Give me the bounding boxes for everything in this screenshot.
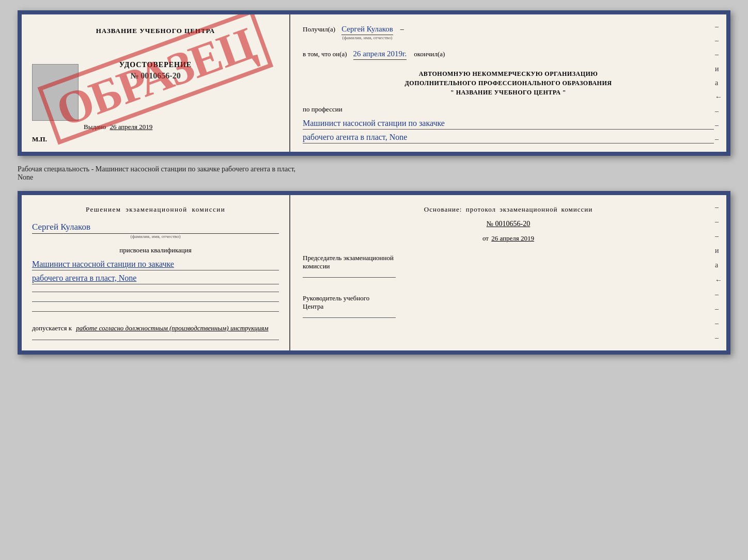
bottom-document: Решением экзаменационной комиссии Сергей… xyxy=(18,191,730,355)
vtom-line: в том, что он(а) 26 апреля 2019г. окончи… xyxy=(303,50,714,60)
middle-text-line1: Рабочая специальность - Машинист насосно… xyxy=(18,165,295,173)
vydano-label: Выдано xyxy=(84,123,106,131)
top-left-title: НАЗВАНИЕ УЧЕБНОГО ЦЕНТРА xyxy=(96,27,215,35)
predsedatel-block: Председатель экзаменационной комиссии xyxy=(303,254,714,280)
separator2 xyxy=(32,301,279,302)
poluchil-name: Сергей Кулаков xyxy=(341,25,393,35)
bottom-name-sublabel: (фамилия, имя, отчество) xyxy=(32,234,279,239)
dash-after-name: – xyxy=(400,25,404,34)
bottom-name: Сергей Кулаков xyxy=(32,222,279,234)
bottom-date-line: от 26 апреля 2019 xyxy=(303,234,714,243)
rukovoditel-block: Руководитель учебного Центра xyxy=(303,294,714,320)
bottom-number: № 0010656-20 xyxy=(303,220,714,228)
bottom-doc-left: Решением экзаменационной комиссии Сергей… xyxy=(22,195,290,350)
predsedatel-line2: комиссии xyxy=(303,262,714,270)
prisvoena-label: присвоена квалификация xyxy=(32,246,279,254)
ot-date: 26 апреля 2019 xyxy=(491,234,534,242)
vtom-date: 26 апреля 2019г. xyxy=(353,50,407,60)
right-dashes: – – – и а ← – – – xyxy=(715,14,722,152)
profession-block: Машинист насосной станции по закачке раб… xyxy=(303,119,714,143)
vydano-date: 26 апреля 2019 xyxy=(110,123,153,131)
profession-line2: рабочего агента в пласт, None xyxy=(303,133,714,143)
poluchil-line: Получил(а) Сергей Кулаков (фамилия, имя,… xyxy=(303,25,714,40)
qual-line1: Машинист насосной станции по закачке xyxy=(32,260,279,270)
org-line1: АВТОНОМНУЮ НЕКОММЕРЧЕСКУЮ ОРГАНИЗАЦИЮ xyxy=(303,69,714,78)
po-professii-label: по профессии xyxy=(303,105,714,114)
photo-placeholder xyxy=(32,64,79,121)
okonchil-label: окончил(а) xyxy=(414,50,445,58)
vydano-line: Выдано 26 апреля 2019 xyxy=(84,123,152,131)
top-doc-left: НАЗВАНИЕ УЧЕБНОГО ЦЕНТРА ОБРАЗЕЦ УДОСТОВ… xyxy=(22,14,290,152)
cert-number: № 0010656-20 xyxy=(119,71,192,81)
middle-text-line2: None xyxy=(18,173,33,181)
rukovoditel-line1: Руководитель учебного xyxy=(303,294,714,302)
cert-block: УДОСТОВЕРЕНИЕ № 0010656-20 xyxy=(119,61,192,81)
qual-line2: рабочего агента в пласт, None xyxy=(32,274,279,284)
middle-text-block: Рабочая специальность - Машинист насосно… xyxy=(18,164,730,183)
dopuskaetsya-label: допускается к xyxy=(32,324,72,332)
separator3 xyxy=(32,311,279,312)
qual-block: Машинист насосной станции по закачке раб… xyxy=(32,260,279,284)
org-block: АВТОНОМНУЮ НЕКОММЕРЧЕСКУЮ ОРГАНИЗАЦИЮ ДО… xyxy=(303,69,714,97)
profession-line1: Машинист насосной станции по закачке xyxy=(303,119,714,130)
rukovoditel-line2: Центра xyxy=(303,302,714,311)
poluchil-label: Получил(а) xyxy=(303,25,335,34)
name-sublabel: (фамилия, имя, отчество) xyxy=(341,35,393,40)
dopusk-text: работе согласно должностным (производств… xyxy=(76,324,268,332)
bottom-name-field: Сергей Кулаков (фамилия, имя, отчество) xyxy=(32,222,279,239)
bottom-doc-right: Основание: протокол экзаменационной коми… xyxy=(290,195,726,350)
mp-label: М.П. xyxy=(32,135,47,143)
predsedatel-line1: Председатель экзаменационной xyxy=(303,254,714,262)
ot-label: от xyxy=(482,234,489,242)
osnovanie-label: Основание: протокол экзаменационной коми… xyxy=(303,205,714,214)
top-document: НАЗВАНИЕ УЧЕБНОГО ЦЕНТРА ОБРАЗЕЦ УДОСТОВ… xyxy=(18,10,730,156)
org-line3: " НАЗВАНИЕ УЧЕБНОГО ЦЕНТРА " xyxy=(303,88,714,97)
cert-title: УДОСТОВЕРЕНИЕ xyxy=(119,61,192,69)
separator4 xyxy=(32,340,279,340)
separator1 xyxy=(32,292,279,292)
bottom-right-dashes: – – – и а ← – – – – xyxy=(715,195,722,350)
top-doc-right: Получил(а) Сергей Кулаков (фамилия, имя,… xyxy=(290,14,726,152)
dopuskaetsya-block: допускается к работе согласно должностны… xyxy=(32,323,279,332)
rukovoditel-sign-line xyxy=(303,317,396,318)
poluchil-name-field: Сергей Кулаков (фамилия, имя, отчество) xyxy=(341,25,393,40)
org-line2: ДОПОЛНИТЕЛЬНОГО ПРОФЕССИОНАЛЬНОГО ОБРАЗО… xyxy=(303,78,714,88)
predsedatel-sign-line xyxy=(303,277,396,278)
resheniem-text: Решением экзаменационной комиссии xyxy=(32,205,279,214)
vtom-label: в том, что он(а) xyxy=(303,50,347,58)
